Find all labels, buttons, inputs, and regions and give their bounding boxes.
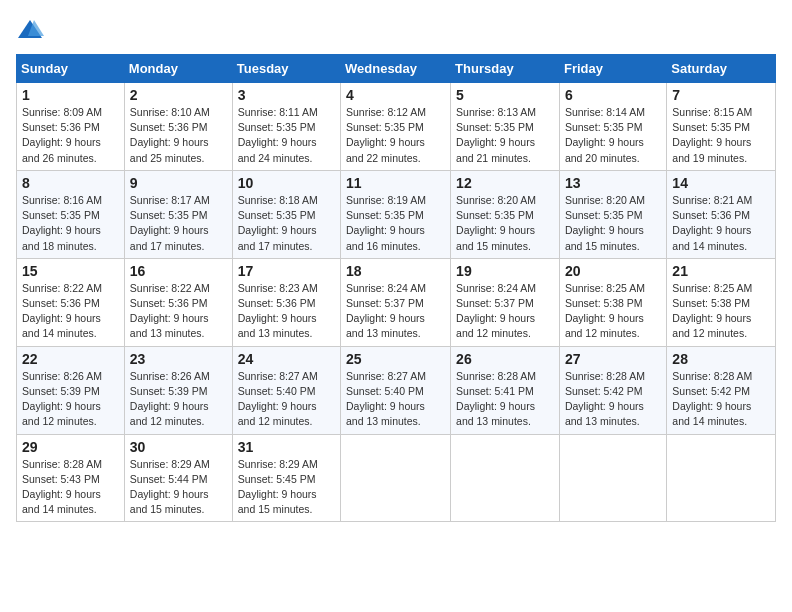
day-info: Sunrise: 8:17 AMSunset: 5:35 PMDaylight:… (130, 193, 227, 254)
calendar-body: 1 Sunrise: 8:09 AMSunset: 5:36 PMDayligh… (17, 83, 776, 522)
logo (16, 16, 48, 44)
day-info: Sunrise: 8:11 AMSunset: 5:35 PMDaylight:… (238, 105, 335, 166)
weekday-header-tuesday: Tuesday (232, 55, 340, 83)
calendar-cell: 16 Sunrise: 8:22 AMSunset: 5:36 PMDaylig… (124, 258, 232, 346)
day-info: Sunrise: 8:16 AMSunset: 5:35 PMDaylight:… (22, 193, 119, 254)
weekday-header-friday: Friday (559, 55, 666, 83)
calendar-cell: 29 Sunrise: 8:28 AMSunset: 5:43 PMDaylig… (17, 434, 125, 522)
page-header (16, 16, 776, 44)
weekday-header-thursday: Thursday (451, 55, 560, 83)
day-info: Sunrise: 8:25 AMSunset: 5:38 PMDaylight:… (672, 281, 770, 342)
day-info: Sunrise: 8:27 AMSunset: 5:40 PMDaylight:… (346, 369, 445, 430)
calendar-cell: 22 Sunrise: 8:26 AMSunset: 5:39 PMDaylig… (17, 346, 125, 434)
day-info: Sunrise: 8:28 AMSunset: 5:41 PMDaylight:… (456, 369, 554, 430)
day-number: 6 (565, 87, 661, 103)
day-number: 14 (672, 175, 770, 191)
calendar-cell: 15 Sunrise: 8:22 AMSunset: 5:36 PMDaylig… (17, 258, 125, 346)
day-number: 15 (22, 263, 119, 279)
calendar-cell: 20 Sunrise: 8:25 AMSunset: 5:38 PMDaylig… (559, 258, 666, 346)
day-info: Sunrise: 8:19 AMSunset: 5:35 PMDaylight:… (346, 193, 445, 254)
calendar-cell: 4 Sunrise: 8:12 AMSunset: 5:35 PMDayligh… (341, 83, 451, 171)
calendar-cell: 30 Sunrise: 8:29 AMSunset: 5:44 PMDaylig… (124, 434, 232, 522)
day-info: Sunrise: 8:14 AMSunset: 5:35 PMDaylight:… (565, 105, 661, 166)
day-number: 24 (238, 351, 335, 367)
day-number: 9 (130, 175, 227, 191)
calendar-week-1: 1 Sunrise: 8:09 AMSunset: 5:36 PMDayligh… (17, 83, 776, 171)
calendar-cell: 31 Sunrise: 8:29 AMSunset: 5:45 PMDaylig… (232, 434, 340, 522)
calendar-week-2: 8 Sunrise: 8:16 AMSunset: 5:35 PMDayligh… (17, 170, 776, 258)
calendar-cell: 27 Sunrise: 8:28 AMSunset: 5:42 PMDaylig… (559, 346, 666, 434)
calendar-cell: 3 Sunrise: 8:11 AMSunset: 5:35 PMDayligh… (232, 83, 340, 171)
calendar-cell: 23 Sunrise: 8:26 AMSunset: 5:39 PMDaylig… (124, 346, 232, 434)
day-number: 29 (22, 439, 119, 455)
day-number: 28 (672, 351, 770, 367)
day-number: 10 (238, 175, 335, 191)
day-info: Sunrise: 8:12 AMSunset: 5:35 PMDaylight:… (346, 105, 445, 166)
day-info: Sunrise: 8:24 AMSunset: 5:37 PMDaylight:… (346, 281, 445, 342)
calendar-cell: 19 Sunrise: 8:24 AMSunset: 5:37 PMDaylig… (451, 258, 560, 346)
day-number: 2 (130, 87, 227, 103)
day-info: Sunrise: 8:09 AMSunset: 5:36 PMDaylight:… (22, 105, 119, 166)
calendar-cell: 6 Sunrise: 8:14 AMSunset: 5:35 PMDayligh… (559, 83, 666, 171)
weekday-header-wednesday: Wednesday (341, 55, 451, 83)
day-number: 17 (238, 263, 335, 279)
calendar-cell: 1 Sunrise: 8:09 AMSunset: 5:36 PMDayligh… (17, 83, 125, 171)
day-info: Sunrise: 8:26 AMSunset: 5:39 PMDaylight:… (22, 369, 119, 430)
weekday-header-saturday: Saturday (667, 55, 776, 83)
calendar-cell: 10 Sunrise: 8:18 AMSunset: 5:35 PMDaylig… (232, 170, 340, 258)
calendar-cell: 18 Sunrise: 8:24 AMSunset: 5:37 PMDaylig… (341, 258, 451, 346)
calendar-cell: 26 Sunrise: 8:28 AMSunset: 5:41 PMDaylig… (451, 346, 560, 434)
day-info: Sunrise: 8:10 AMSunset: 5:36 PMDaylight:… (130, 105, 227, 166)
weekday-header-monday: Monday (124, 55, 232, 83)
calendar-cell: 2 Sunrise: 8:10 AMSunset: 5:36 PMDayligh… (124, 83, 232, 171)
calendar-week-4: 22 Sunrise: 8:26 AMSunset: 5:39 PMDaylig… (17, 346, 776, 434)
calendar-cell (559, 434, 666, 522)
calendar-week-3: 15 Sunrise: 8:22 AMSunset: 5:36 PMDaylig… (17, 258, 776, 346)
day-number: 21 (672, 263, 770, 279)
day-number: 22 (22, 351, 119, 367)
calendar-cell: 11 Sunrise: 8:19 AMSunset: 5:35 PMDaylig… (341, 170, 451, 258)
calendar-cell: 24 Sunrise: 8:27 AMSunset: 5:40 PMDaylig… (232, 346, 340, 434)
day-number: 30 (130, 439, 227, 455)
day-info: Sunrise: 8:23 AMSunset: 5:36 PMDaylight:… (238, 281, 335, 342)
calendar-cell (341, 434, 451, 522)
day-info: Sunrise: 8:22 AMSunset: 5:36 PMDaylight:… (130, 281, 227, 342)
day-number: 31 (238, 439, 335, 455)
day-info: Sunrise: 8:18 AMSunset: 5:35 PMDaylight:… (238, 193, 335, 254)
day-number: 23 (130, 351, 227, 367)
calendar-cell: 28 Sunrise: 8:28 AMSunset: 5:42 PMDaylig… (667, 346, 776, 434)
day-info: Sunrise: 8:21 AMSunset: 5:36 PMDaylight:… (672, 193, 770, 254)
calendar-table: SundayMondayTuesdayWednesdayThursdayFrid… (16, 54, 776, 522)
day-info: Sunrise: 8:22 AMSunset: 5:36 PMDaylight:… (22, 281, 119, 342)
day-number: 20 (565, 263, 661, 279)
day-number: 1 (22, 87, 119, 103)
calendar-cell: 12 Sunrise: 8:20 AMSunset: 5:35 PMDaylig… (451, 170, 560, 258)
day-info: Sunrise: 8:28 AMSunset: 5:42 PMDaylight:… (565, 369, 661, 430)
day-number: 19 (456, 263, 554, 279)
day-number: 12 (456, 175, 554, 191)
calendar-cell (451, 434, 560, 522)
logo-icon (16, 16, 44, 44)
day-info: Sunrise: 8:13 AMSunset: 5:35 PMDaylight:… (456, 105, 554, 166)
calendar-cell: 9 Sunrise: 8:17 AMSunset: 5:35 PMDayligh… (124, 170, 232, 258)
calendar-header-row: SundayMondayTuesdayWednesdayThursdayFrid… (17, 55, 776, 83)
day-number: 7 (672, 87, 770, 103)
day-info: Sunrise: 8:26 AMSunset: 5:39 PMDaylight:… (130, 369, 227, 430)
day-number: 11 (346, 175, 445, 191)
calendar-cell: 5 Sunrise: 8:13 AMSunset: 5:35 PMDayligh… (451, 83, 560, 171)
calendar-cell: 7 Sunrise: 8:15 AMSunset: 5:35 PMDayligh… (667, 83, 776, 171)
weekday-header-sunday: Sunday (17, 55, 125, 83)
day-info: Sunrise: 8:20 AMSunset: 5:35 PMDaylight:… (456, 193, 554, 254)
calendar-cell: 21 Sunrise: 8:25 AMSunset: 5:38 PMDaylig… (667, 258, 776, 346)
day-number: 25 (346, 351, 445, 367)
day-number: 3 (238, 87, 335, 103)
day-number: 5 (456, 87, 554, 103)
calendar-week-5: 29 Sunrise: 8:28 AMSunset: 5:43 PMDaylig… (17, 434, 776, 522)
day-number: 4 (346, 87, 445, 103)
day-number: 18 (346, 263, 445, 279)
day-info: Sunrise: 8:24 AMSunset: 5:37 PMDaylight:… (456, 281, 554, 342)
calendar-cell: 14 Sunrise: 8:21 AMSunset: 5:36 PMDaylig… (667, 170, 776, 258)
day-number: 16 (130, 263, 227, 279)
calendar-cell (667, 434, 776, 522)
calendar-cell: 8 Sunrise: 8:16 AMSunset: 5:35 PMDayligh… (17, 170, 125, 258)
